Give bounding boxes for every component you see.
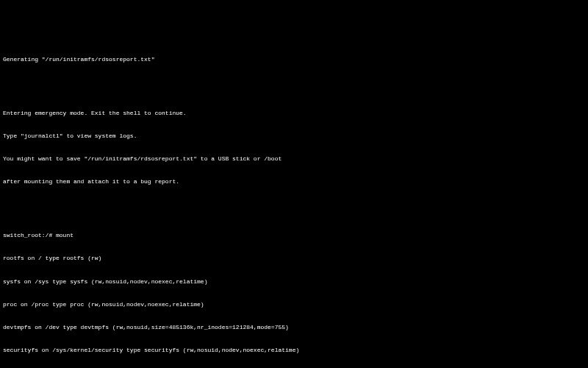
- term-line: Type "journalctl" to view system logs.: [3, 132, 585, 140]
- term-line: securityfs on /sys/kernel/security type …: [3, 347, 585, 354]
- term-line: Entering emergency mode. Exit the shell …: [3, 110, 585, 117]
- term-line: after mounting them and attach it to a b…: [3, 178, 585, 185]
- term-line: devtmpfs on /dev type devtmpfs (rw,nosui…: [3, 324, 585, 331]
- term-line: Generating "/run/initramfs/rdsosreport.t…: [3, 56, 585, 63]
- term-line: proc on /proc type proc (rw,nosuid,nodev…: [3, 301, 585, 308]
- term-line: You might want to save "/run/initramfs/r…: [3, 155, 585, 163]
- term-line: switch_root:/# mount: [3, 232, 585, 239]
- term-line: rootfs on / type rootfs (rw): [3, 255, 585, 262]
- term-line: sysfs on /sys type sysfs (rw,nosuid,node…: [3, 278, 585, 286]
- terminal-output[interactable]: Generating "/run/initramfs/rdsosreport.t…: [0, 38, 588, 368]
